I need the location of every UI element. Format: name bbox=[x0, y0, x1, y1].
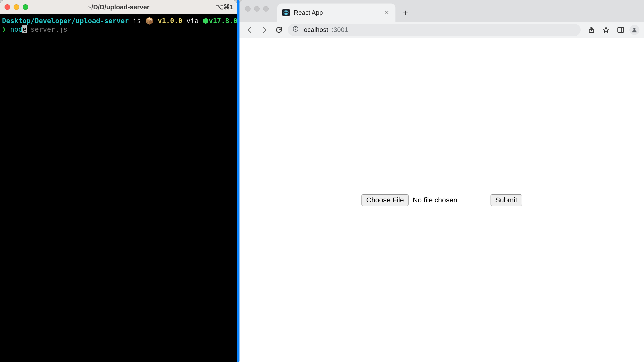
terminal-title: ~/D/D/upload-server bbox=[0, 3, 237, 11]
file-chosen-status: No file chosen bbox=[413, 196, 457, 204]
sidepanel-button[interactable] bbox=[615, 24, 626, 36]
submit-button[interactable]: Submit bbox=[491, 194, 522, 206]
choose-file-button[interactable]: Choose File bbox=[361, 194, 409, 206]
window-close-button[interactable] bbox=[5, 4, 10, 10]
svg-point-6 bbox=[295, 28, 296, 28]
address-bar[interactable]: localhost:3001 bbox=[288, 24, 581, 36]
svg-rect-8 bbox=[618, 27, 624, 32]
window-close-button[interactable] bbox=[245, 6, 251, 12]
prompt-is: is bbox=[133, 17, 141, 25]
svg-point-3 bbox=[286, 12, 287, 13]
prompt-path: Desktop/Developer/upload-server bbox=[2, 17, 129, 25]
prompt-symbol: ❯ bbox=[2, 25, 6, 33]
share-button[interactable] bbox=[586, 24, 597, 36]
terminal-autosuggest: server.js bbox=[27, 25, 68, 33]
window-maximize-button[interactable] bbox=[263, 6, 269, 12]
svg-point-10 bbox=[633, 28, 636, 30]
address-path: :3001 bbox=[332, 26, 348, 34]
prompt-version: v1.0.0 bbox=[158, 17, 182, 25]
terminal-traffic-lights bbox=[0, 4, 28, 10]
browser-traffic-lights bbox=[244, 6, 269, 22]
profile-avatar-button[interactable] bbox=[629, 25, 639, 35]
terminal-titlebar: ~/D/D/upload-server ⌥⌘1 bbox=[0, 0, 237, 14]
window-minimize-button[interactable] bbox=[14, 4, 19, 10]
terminal-input[interactable]: node bbox=[10, 25, 27, 33]
window-maximize-button[interactable] bbox=[23, 4, 28, 10]
prompt-via: via bbox=[186, 17, 199, 25]
toolbar-right bbox=[586, 24, 639, 36]
window-minimize-button[interactable] bbox=[254, 6, 260, 12]
browser-tab[interactable]: React App × bbox=[277, 4, 395, 22]
nav-back-button[interactable] bbox=[244, 24, 256, 36]
tab-title: React App bbox=[294, 9, 323, 16]
browser-viewport: Choose File No file chosen Submit bbox=[239, 38, 644, 362]
site-info-icon[interactable] bbox=[292, 26, 299, 34]
package-icon: 📦 bbox=[145, 17, 154, 25]
nav-reload-button[interactable] bbox=[273, 24, 285, 36]
terminal-cursor: e bbox=[22, 25, 26, 33]
node-icon: ⬢ bbox=[203, 17, 209, 25]
terminal-body[interactable]: Desktop/Developer/upload-server is 📦 v1.… bbox=[0, 14, 237, 36]
browser-toolbar: localhost:3001 bbox=[239, 22, 644, 38]
bookmark-button[interactable] bbox=[600, 24, 612, 36]
react-favicon-icon bbox=[282, 9, 290, 16]
browser-tabstrip: React App × ＋ bbox=[239, 0, 644, 22]
terminal-window: ~/D/D/upload-server ⌥⌘1 Desktop/Develope… bbox=[0, 0, 237, 362]
new-tab-button[interactable]: ＋ bbox=[399, 7, 412, 19]
prompt-node-version: v17.8.0 bbox=[209, 17, 237, 25]
browser-window: React App × ＋ localhost:3001 bbox=[239, 0, 644, 362]
terminal-pane-indicator: ⌥⌘1 bbox=[216, 3, 233, 11]
upload-form: Choose File No file chosen Submit bbox=[361, 194, 522, 206]
tab-close-button[interactable]: × bbox=[383, 8, 390, 17]
address-host: localhost bbox=[302, 26, 328, 34]
window-divider[interactable] bbox=[237, 0, 239, 362]
nav-forward-button[interactable] bbox=[259, 24, 270, 36]
